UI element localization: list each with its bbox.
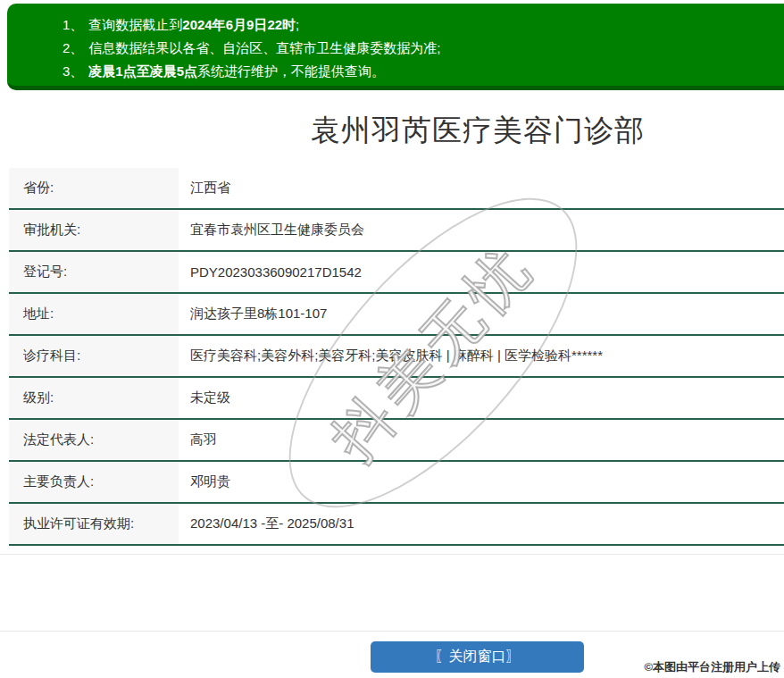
row-value: 宜春市袁州区卫生健康委员会 — [179, 210, 784, 250]
row-value: 高羽 — [179, 420, 784, 460]
row-label: 主要负责人: — [9, 462, 179, 502]
row-value: 医疗美容科;美容外科;美容牙科;美容皮肤科 | 麻醉科 | 医学检验科*****… — [179, 336, 784, 376]
row-value: 未定级 — [179, 378, 784, 418]
notice-line-text: 查询数据截止到 — [88, 17, 182, 32]
table-row-registration-number: 登记号: PDY20230336090217D1542 — [9, 252, 784, 294]
table-row-main-person-in-charge: 主要负责人: 邓明贵 — [9, 462, 784, 504]
notice-line-3: 3、凌晨1点至凌晨5点系统进行维护，不能提供查询。 — [63, 60, 784, 83]
table-row-address: 地址: 润达孩子里8栋101-107 — [9, 294, 784, 336]
table-bottom-divider — [0, 554, 784, 555]
notice-line-bold-text: 凌晨1点至凌晨5点 — [88, 63, 197, 79]
clinic-info-table: 省份: 江西省 审批机关: 宜春市袁州区卫生健康委员会 登记号: PDY2023… — [9, 168, 784, 546]
notice-line-text-post: ; — [296, 17, 299, 32]
notice-line-text-post: 系统进行维护，不能提供查询。 — [197, 63, 385, 79]
notice-line-2: 2、信息数据结果以各省、自治区、直辖市卫生健康委数据为准; — [63, 37, 784, 60]
notice-line-1: 1、查询数据截止到2024年6月9日22时; — [63, 13, 784, 37]
footer-divider — [0, 631, 784, 632]
notice-line-bold-text: 2024年6月9日22时 — [182, 17, 296, 32]
row-label: 省份: — [9, 168, 179, 208]
row-label: 法定代表人: — [9, 420, 179, 460]
row-label: 登记号: — [9, 252, 179, 292]
table-row-license-validity-period: 执业许可证有效期: 2023/04/13 -至- 2025/08/31 — [9, 504, 784, 546]
table-row-legal-representative: 法定代表人: 高羽 — [9, 420, 784, 462]
table-row-medical-departments: 诊疗科目: 医疗美容科;美容外科;美容牙科;美容皮肤科 | 麻醉科 | 医学检验… — [9, 336, 784, 378]
table-row-level: 级别: 未定级 — [9, 378, 784, 420]
notice-line-number: 3、 — [63, 63, 83, 79]
close-window-button[interactable]: 〖关闭窗口〗 — [371, 641, 584, 673]
row-value: PDY20230336090217D1542 — [179, 252, 784, 292]
row-value: 邓明贵 — [179, 462, 784, 502]
table-row-province: 省份: 江西省 — [9, 168, 784, 210]
table-row-approval-authority: 审批机关: 宜春市袁州区卫生健康委员会 — [9, 210, 784, 252]
row-label: 诊疗科目: — [9, 336, 179, 376]
row-value: 2023/04/13 -至- 2025/08/31 — [179, 504, 784, 544]
notice-line-text: 信息数据结果以各省、自治区、直辖市卫生健康委数据为准; — [88, 40, 440, 55]
page-title: 袁州羽芮医疗美容门诊部 — [0, 111, 784, 151]
row-label: 级别: — [9, 378, 179, 418]
notice-line-number: 2、 — [63, 40, 83, 55]
row-label: 执业许可证有效期: — [9, 504, 179, 544]
notice-line-number: 1、 — [63, 17, 83, 32]
row-value: 润达孩子里8栋101-107 — [179, 294, 784, 334]
row-value: 江西省 — [179, 168, 784, 208]
copyright-watermark: ©本图由平台注册用户上传 — [644, 659, 780, 675]
notice-banner: 1、查询数据截止到2024年6月9日22时; 2、信息数据结果以各省、自治区、直… — [7, 4, 784, 90]
row-label: 地址: — [9, 294, 179, 334]
row-label: 审批机关: — [9, 210, 179, 250]
